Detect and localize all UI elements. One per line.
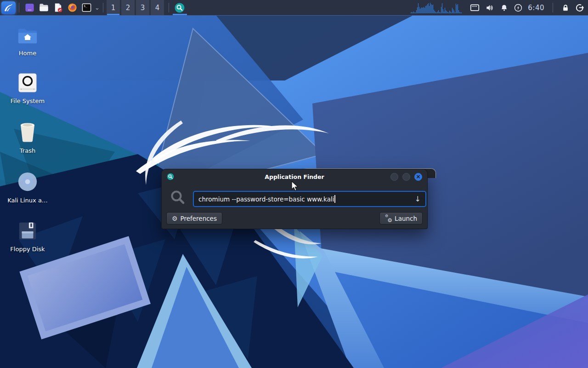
search-input[interactable]: chromium --password-store=basic www.kali…	[193, 191, 426, 207]
power-manager-icon[interactable]	[514, 3, 523, 12]
firefox-icon	[67, 2, 78, 13]
desktop-icon-label: Kali Linux a…	[6, 197, 50, 204]
application-finder-icon	[174, 2, 185, 13]
text-caret	[334, 195, 335, 203]
trash-icon	[18, 121, 37, 143]
workspace-3[interactable]: 3	[136, 0, 149, 15]
home-folder-icon	[17, 27, 38, 45]
document-icon	[53, 2, 63, 13]
launcher-text-editor[interactable]	[51, 0, 65, 15]
hard-drive-icon	[17, 73, 38, 93]
launcher-window-app[interactable]	[23, 0, 37, 15]
cd-disc-icon	[17, 171, 38, 192]
panel-separator	[19, 3, 19, 12]
launch-icon: ⚙ ⚙	[385, 215, 392, 222]
desktop-icon-label: Home	[6, 50, 50, 57]
panel-separator	[103, 3, 103, 12]
applications-menu-button[interactable]	[1, 1, 16, 14]
workspace-4[interactable]: 4	[151, 0, 164, 15]
panel-right-cluster: 6:40	[411, 2, 588, 13]
minimize-button[interactable]	[390, 173, 398, 181]
dropdown-arrow-icon[interactable]: ↓	[415, 195, 421, 203]
desktop-icon-label: Floppy Disk	[6, 246, 50, 253]
launch-button-label: Launch	[395, 215, 417, 222]
close-button[interactable]: ×	[414, 173, 422, 181]
kali-dragon-icon	[3, 2, 14, 13]
lock-screen-icon[interactable]	[561, 3, 570, 12]
mouse-cursor	[291, 181, 300, 192]
terminal-dropdown-chevron-icon[interactable]: ⌄	[95, 4, 100, 11]
preferences-button-label: Preferences	[181, 215, 217, 222]
close-icon: ×	[416, 174, 420, 179]
clock[interactable]: 6:40	[528, 4, 544, 12]
desktop-icon-kali-cd[interactable]: Kali Linux a…	[6, 171, 50, 204]
notification-bell-icon[interactable]	[500, 3, 509, 12]
search-icon	[170, 189, 186, 206]
logout-icon[interactable]	[575, 3, 584, 12]
display-settings-icon[interactable]	[470, 4, 480, 12]
purple-window-icon	[24, 2, 35, 13]
gear-icon: ⚙	[172, 215, 178, 222]
floppy-disk-icon	[17, 221, 38, 241]
desktop-icon-home[interactable]: Home	[6, 27, 50, 57]
desktop-icon-floppy[interactable]: Floppy Disk	[6, 221, 50, 253]
svg-text:$_: $_	[84, 4, 87, 8]
maximize-button[interactable]	[402, 173, 410, 181]
desktop-screen: $_ ⌄ 1 2 3 4	[0, 0, 588, 368]
launcher-terminal[interactable]: $_	[79, 0, 94, 15]
launcher-file-manager[interactable]	[37, 0, 51, 15]
desktop-icon-trash[interactable]: Trash	[6, 121, 50, 154]
cpu-graph[interactable]	[411, 2, 465, 13]
panel-separator	[169, 3, 169, 12]
desktop-icon-label: Trash	[6, 148, 50, 154]
panel-separator	[553, 3, 553, 12]
application-finder-window: Application Finder × chromium --password…	[162, 169, 427, 229]
launcher-firefox[interactable]	[65, 0, 79, 15]
workspace-1[interactable]: 1	[107, 0, 120, 15]
top-panel: $_ ⌄ 1 2 3 4	[0, 0, 588, 16]
window-title: Application Finder	[162, 173, 427, 180]
workspace-2[interactable]: 2	[121, 0, 135, 15]
desktop-icon-label: File System	[6, 98, 50, 104]
taskbar-application-finder[interactable]	[172, 0, 187, 15]
preferences-button[interactable]: ⚙ Preferences	[166, 212, 222, 224]
desktop-icon-file-system[interactable]: File System	[6, 73, 50, 104]
terminal-icon: $_	[81, 2, 92, 13]
volume-icon[interactable]	[485, 3, 495, 12]
launch-button[interactable]: ⚙ ⚙ Launch	[379, 212, 423, 224]
application-finder-icon	[167, 173, 174, 180]
folder-icon	[39, 2, 49, 13]
search-query-text: chromium --password-store=basic www.kali	[198, 196, 334, 203]
